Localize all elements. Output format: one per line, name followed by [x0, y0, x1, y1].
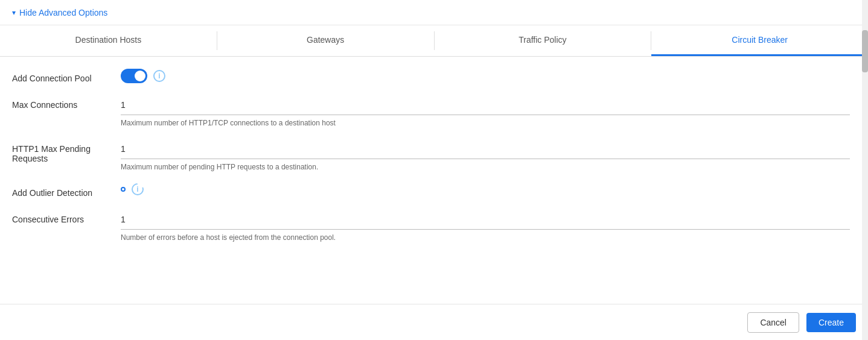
consecutive-errors-label: Consecutive Errors — [12, 210, 121, 224]
toggle-wrapper-outlier: i — [121, 183, 850, 195]
toggle-wrapper-connection-pool: i — [121, 69, 850, 83]
consecutive-errors-input[interactable] — [121, 210, 850, 230]
add-connection-pool-control: i — [121, 69, 850, 83]
advanced-options-bar: ▾ Hide Advanced Options — [0, 0, 868, 25]
http1-max-pending-control: Maximum number of pending HTTP requests … — [121, 139, 850, 171]
max-connections-control: Maximum number of HTTP1/TCP connections … — [121, 95, 850, 127]
consecutive-errors-row: Consecutive Errors Number of errors befo… — [12, 210, 850, 242]
hide-advanced-options-link[interactable]: Hide Advanced Options — [19, 8, 107, 17]
bottom-bar: Cancel Create — [0, 304, 868, 340]
connection-pool-info-icon[interactable]: i — [153, 70, 165, 82]
add-outlier-detection-row: Add Outlier Detection i — [12, 183, 850, 198]
toggle-slider-connection-pool — [121, 69, 147, 83]
outlier-toggle-outlined — [121, 187, 126, 192]
add-connection-pool-toggle[interactable] — [121, 69, 147, 83]
tab-traffic-policy[interactable]: Traffic Policy — [435, 25, 651, 56]
http1-max-pending-label: HTTP1 Max Pending Requests — [12, 139, 121, 163]
scrollbar[interactable] — [862, 0, 868, 340]
page-wrapper: ▾ Hide Advanced Options Destination Host… — [0, 0, 868, 340]
http1-max-pending-row: HTTP1 Max Pending Requests Maximum numbe… — [12, 139, 850, 171]
max-connections-label: Max Connections — [12, 95, 121, 110]
consecutive-errors-control: Number of errors before a host is ejecte… — [121, 210, 850, 242]
add-connection-pool-label: Add Connection Pool — [12, 69, 121, 83]
add-outlier-detection-label: Add Outlier Detection — [12, 183, 121, 198]
tab-gateways[interactable]: Gateways — [217, 25, 434, 56]
add-connection-pool-row: Add Connection Pool i — [12, 69, 850, 83]
scroll-thumb[interactable] — [862, 30, 868, 72]
max-connections-input[interactable] — [121, 95, 850, 115]
max-connections-row: Max Connections Maximum number of HTTP1/… — [12, 95, 850, 127]
add-outlier-detection-control: i — [121, 183, 850, 195]
http1-max-pending-hint: Maximum number of pending HTTP requests … — [121, 163, 850, 171]
chevron-icon: ▾ — [12, 8, 16, 17]
max-connections-hint: Maximum number of HTTP1/TCP connections … — [121, 119, 850, 127]
tab-destination-hosts[interactable]: Destination Hosts — [0, 25, 217, 56]
content-area: Add Connection Pool i Max Connections Ma… — [0, 57, 868, 304]
consecutive-errors-hint: Number of errors before a host is ejecte… — [121, 233, 850, 242]
tab-circuit-breaker[interactable]: Circuit Breaker — [651, 25, 868, 56]
cancel-button[interactable]: Cancel — [747, 312, 799, 333]
create-button[interactable]: Create — [806, 313, 856, 332]
http1-max-pending-input[interactable] — [121, 139, 850, 159]
tabs-container: Destination Hosts Gateways Traffic Polic… — [0, 25, 868, 57]
